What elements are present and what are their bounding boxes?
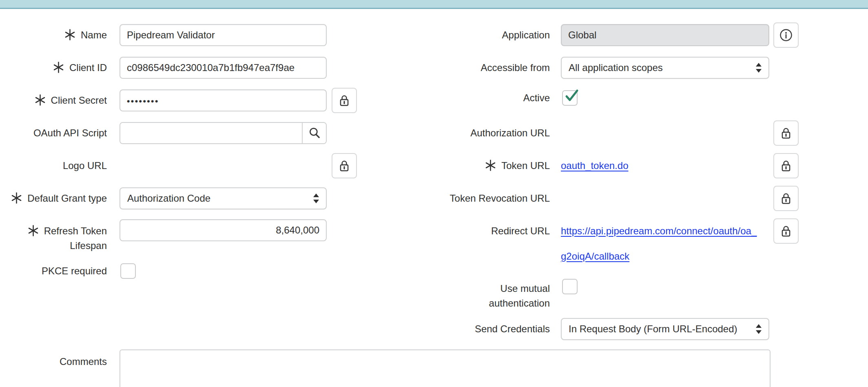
application-label: Application: [408, 24, 550, 46]
client-id-label: Client ID: [0, 57, 107, 79]
token-revocation-url-label: Token Revocation URL: [408, 186, 550, 211]
active-label: Active: [408, 90, 550, 106]
reference-lookup-button[interactable]: [302, 123, 326, 143]
logo-url-lock-button[interactable]: [332, 153, 357, 178]
active-checkbox[interactable]: [562, 90, 578, 106]
client-secret-input[interactable]: [120, 89, 327, 111]
refresh-token-lifespan-label: Refresh Token Lifespan: [0, 224, 107, 253]
authorization-url-label: Authorization URL: [408, 120, 550, 146]
updown-arrows-icon: [755, 63, 762, 73]
lock-icon: [780, 192, 792, 205]
token-url-label: Token URL: [408, 153, 550, 178]
redirect-url-lock-button[interactable]: [773, 218, 799, 244]
lock-icon: [338, 94, 350, 107]
client-secret-label: Client Secret: [0, 89, 107, 111]
header-bar: [0, 0, 868, 9]
logo-url-label: Logo URL: [0, 153, 107, 178]
required-asterisk-icon: [11, 192, 22, 204]
oauth-api-script-label: OAuth API Script: [0, 122, 107, 144]
comments-label: Comments: [0, 349, 107, 374]
client-secret-lock-button[interactable]: [332, 88, 357, 113]
default-grant-type-select[interactable]: Authorization Code: [120, 187, 327, 209]
pkce-required-checkbox[interactable]: [120, 263, 136, 279]
accessible-from-select[interactable]: All application scopes: [561, 57, 769, 79]
oauth-api-script-field: [120, 122, 327, 144]
search-icon: [308, 127, 321, 140]
updown-arrows-icon: [313, 194, 319, 203]
refresh-token-lifespan-input[interactable]: [120, 219, 327, 241]
redirect-url-link[interactable]: https://api.pipedream.com/connect/oauth/…: [561, 218, 757, 269]
application-info-button[interactable]: [773, 22, 799, 48]
authorization-url-lock-button[interactable]: [773, 120, 799, 146]
required-asterisk-icon: [35, 94, 46, 106]
name-input[interactable]: [120, 24, 327, 46]
name-label: Name: [0, 24, 107, 46]
checkmark-icon: [563, 88, 580, 104]
client-id-input[interactable]: [120, 57, 327, 79]
pkce-required-label: PKCE required: [0, 263, 107, 279]
token-url-link[interactable]: oauth_token.do: [561, 153, 628, 178]
default-grant-type-label: Default Grant type: [0, 187, 107, 209]
lock-icon: [780, 127, 792, 140]
token-url-lock-button[interactable]: [773, 153, 799, 178]
send-credentials-select[interactable]: In Request Body (Form URL-Encoded): [561, 318, 769, 340]
use-mutual-authentication-checkbox[interactable]: [562, 279, 578, 294]
accessible-from-label: Accessible from: [408, 57, 550, 79]
updown-arrows-icon: [755, 324, 762, 334]
lock-icon: [780, 225, 792, 238]
application-input: [561, 24, 769, 46]
comments-textarea[interactable]: [120, 349, 771, 387]
oauth-api-script-input[interactable]: [120, 123, 302, 143]
required-asterisk-icon: [53, 62, 64, 73]
send-credentials-label: Send Credentials: [408, 318, 550, 340]
required-asterisk-icon: [485, 160, 496, 171]
token-revocation-url-lock-button[interactable]: [773, 186, 799, 211]
use-mutual-authentication-label: Use mutual authentication: [408, 281, 550, 311]
info-icon: [779, 28, 793, 42]
lock-icon: [780, 159, 792, 172]
required-asterisk-icon: [28, 225, 39, 236]
lock-icon: [338, 159, 350, 172]
redirect-url-label: Redirect URL: [408, 218, 550, 244]
required-asterisk-icon: [64, 29, 75, 40]
